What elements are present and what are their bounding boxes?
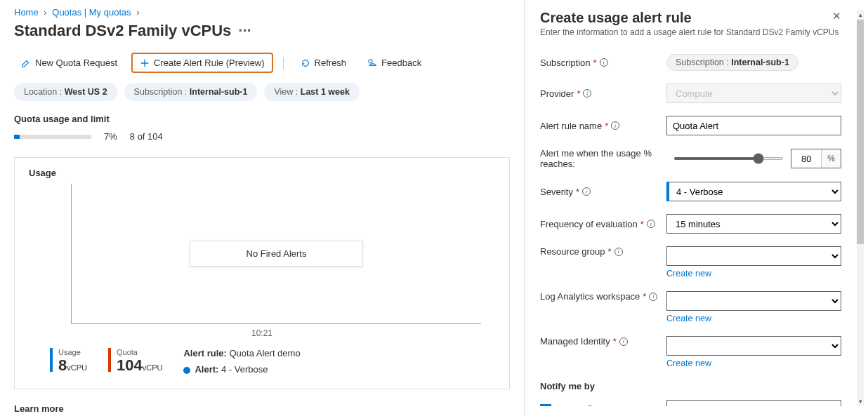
quota-percent: 7% <box>104 131 117 142</box>
info-icon[interactable]: i <box>600 58 608 67</box>
create-new-mi-link[interactable]: Create new <box>666 358 711 368</box>
panel-subtitle: Enter the information to add a usage ale… <box>540 27 841 37</box>
alert-percent-label: Alert me when the usage % reaches: <box>540 148 673 169</box>
info-icon[interactable]: i <box>647 220 655 228</box>
new-quota-label: New Quota Request <box>35 58 117 68</box>
more-actions-button[interactable]: ··· <box>238 22 251 40</box>
refresh-icon <box>301 58 310 68</box>
managed-identity-select[interactable] <box>666 336 841 356</box>
provider-select: Compute <box>666 83 841 103</box>
chevron-right-icon: › <box>44 7 46 18</box>
breadcrumb: Home › Quotas | My quotas › <box>14 7 510 18</box>
quota-ratio: 8 of 104 <box>130 131 163 142</box>
edit-icon <box>21 58 31 68</box>
info-icon[interactable]: i <box>649 293 657 301</box>
info-icon[interactable]: i <box>611 121 619 130</box>
chart-x-tick: 10:21 <box>29 328 495 338</box>
no-fired-alerts: No Fired Alerts <box>190 241 364 267</box>
divider <box>283 57 284 69</box>
log-analytics-label: Log Analytics workspace <box>540 291 640 302</box>
create-new-rg-link[interactable]: Create new <box>666 269 711 279</box>
rule-name-input[interactable] <box>666 116 841 135</box>
close-button[interactable]: ✕ <box>832 10 841 22</box>
notify-heading: Notify me by <box>540 381 841 391</box>
quota-metric: Quota 104vCPU <box>108 348 162 375</box>
email-input[interactable] <box>666 400 841 406</box>
email-label: Email <box>557 405 580 407</box>
create-alert-rule-button[interactable]: Create Alert Rule (Preview) <box>131 53 273 73</box>
info-icon[interactable]: i <box>582 187 591 196</box>
scrollbar-thumb[interactable] <box>857 20 864 244</box>
subscription-label: Subscription <box>540 58 591 68</box>
refresh-button[interactable]: Refresh <box>294 54 354 72</box>
feedback-icon <box>367 58 377 68</box>
new-quota-request-button[interactable]: New Quota Request <box>14 54 124 72</box>
frequency-label: Frequency of evaluation <box>540 219 638 229</box>
severity-select[interactable]: 4 - Verbose <box>666 182 841 201</box>
resource-group-select[interactable] <box>666 246 841 266</box>
log-analytics-select[interactable] <box>666 291 841 311</box>
info-icon[interactable]: i <box>614 248 623 256</box>
panel-title: Create usage alert rule <box>540 10 692 26</box>
frequency-select[interactable]: 15 minutes <box>666 214 841 234</box>
usage-metric: Usage 8vCPU <box>50 348 87 375</box>
scroll-up-icon[interactable]: ▴ <box>859 11 862 18</box>
feedback-button[interactable]: Feedback <box>360 54 428 72</box>
page-title: Standard DSv2 Family vCPUs <box>14 22 231 40</box>
alert-percent-input[interactable] <box>791 149 821 168</box>
resource-group-label: Resource group <box>540 246 605 257</box>
breadcrumb-home[interactable]: Home <box>14 7 39 18</box>
info-icon[interactable]: i <box>619 337 628 346</box>
managed-identity-label: Managed Identity <box>540 336 610 347</box>
panel-scrollbar[interactable]: ▴ ▾ <box>857 10 864 406</box>
filter-view[interactable]: View : Last 1 week <box>264 83 359 101</box>
filter-location[interactable]: Location : West US 2 <box>14 83 117 101</box>
feedback-label: Feedback <box>381 58 421 68</box>
quota-usage-heading: Quota usage and limit <box>14 114 510 124</box>
rule-name-label: Alert rule name <box>540 121 602 131</box>
filter-subscription[interactable]: Subscription : Internal-sub-1 <box>124 83 258 101</box>
percent-suffix: % <box>821 149 841 168</box>
usage-card-title: Usage <box>29 168 495 178</box>
svg-point-0 <box>369 59 372 62</box>
learn-more-heading: Learn more <box>14 403 510 414</box>
provider-label: Provider <box>540 88 574 99</box>
subscription-value-pill: Subscription : Internal-sub-1 <box>666 54 798 71</box>
quota-progress-bar <box>14 135 91 139</box>
info-icon[interactable]: i <box>583 89 591 98</box>
alert-percent-slider[interactable] <box>673 157 784 160</box>
breadcrumb-quotas[interactable]: Quotas | My quotas <box>52 7 131 18</box>
info-icon[interactable]: i <box>586 405 594 406</box>
scroll-down-icon[interactable]: ▾ <box>859 398 862 405</box>
chevron-right-icon: › <box>136 7 139 18</box>
severity-label: Severity <box>540 187 573 197</box>
refresh-label: Refresh <box>315 58 347 68</box>
plus-icon <box>140 58 150 68</box>
create-alert-label: Create Alert Rule (Preview) <box>154 58 265 68</box>
create-new-law-link[interactable]: Create new <box>666 314 711 323</box>
usage-chart: No Fired Alerts <box>71 184 481 324</box>
email-checkbox[interactable]: ✓ <box>540 404 551 406</box>
status-dot-icon <box>183 367 190 374</box>
